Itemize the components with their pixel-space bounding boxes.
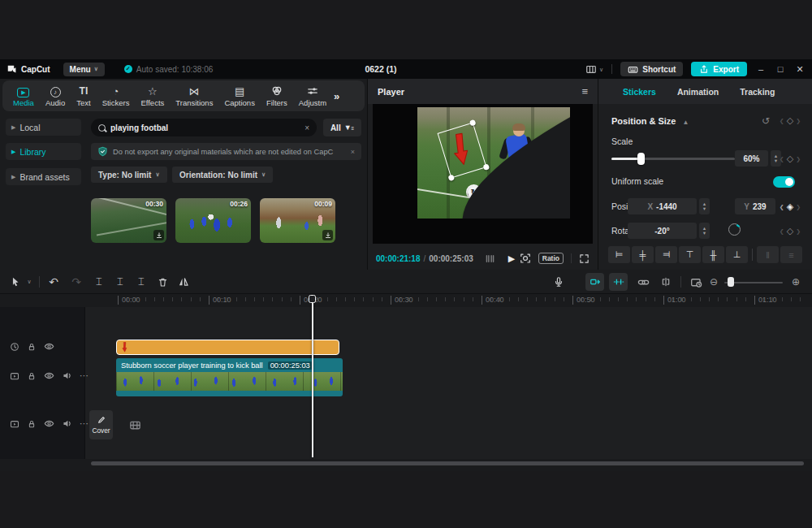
horizontal-scrollbar[interactable] bbox=[91, 461, 804, 465]
sidebar-item-brand-assets[interactable]: ▶ Brand assets bbox=[6, 168, 81, 185]
ratio-button[interactable]: Ratio bbox=[538, 253, 564, 264]
sticker-selection-box[interactable] bbox=[438, 123, 487, 179]
delete-left-button[interactable]: ⌶ bbox=[112, 270, 128, 294]
sidebar-item-local[interactable]: ▶ Local bbox=[6, 119, 81, 136]
tab-tracking[interactable]: Tracking bbox=[740, 87, 775, 97]
download-icon[interactable] bbox=[322, 230, 333, 240]
position-x-field[interactable]: X -1440 bbox=[628, 198, 697, 214]
resize-handle[interactable] bbox=[482, 163, 490, 171]
menu-button[interactable]: Menu ∨ bbox=[63, 63, 105, 76]
tab-stickers[interactable]: Stickers bbox=[623, 87, 656, 97]
video-preview[interactable]: ↻ bbox=[417, 107, 570, 219]
split-view-button[interactable] bbox=[658, 270, 674, 294]
mirror-button[interactable] bbox=[175, 270, 192, 294]
timeline-zoom-out-button[interactable]: ⊖ bbox=[707, 270, 720, 294]
dismiss-notice-icon[interactable]: × bbox=[351, 148, 355, 156]
align-middle-vertical-button[interactable]: ╫ bbox=[702, 246, 724, 263]
rotate-value-field[interactable]: -20° bbox=[628, 223, 697, 239]
section-position-size[interactable]: Position & Size ▲ bbox=[611, 116, 689, 126]
undo-button[interactable]: ↶ bbox=[45, 270, 62, 294]
download-icon[interactable] bbox=[153, 230, 164, 240]
main-track-magnet-toggle[interactable] bbox=[585, 273, 604, 291]
eye-icon[interactable] bbox=[44, 418, 54, 429]
search-filter-button[interactable]: All ▼≡ bbox=[323, 119, 361, 136]
select-tool-button[interactable] bbox=[8, 270, 23, 294]
select-tool-caret[interactable]: ∨ bbox=[24, 270, 34, 294]
tab-animation[interactable]: Animation bbox=[677, 87, 719, 97]
timeline-zoom-thumb[interactable] bbox=[728, 277, 734, 287]
delete-button[interactable] bbox=[154, 270, 171, 294]
sticker-clip[interactable] bbox=[116, 340, 339, 355]
more-options-icon[interactable]: ⋯ bbox=[80, 418, 89, 429]
clear-search-icon[interactable]: × bbox=[304, 123, 309, 132]
video-clip[interactable]: Stubborn soccer player training to kick … bbox=[116, 358, 343, 396]
tab-text[interactable]: TI Text bbox=[71, 85, 96, 107]
tab-transitions[interactable]: ⋈ Transitions bbox=[170, 85, 218, 107]
lock-icon[interactable] bbox=[27, 419, 37, 429]
eye-icon[interactable] bbox=[44, 370, 54, 381]
speaker-icon[interactable] bbox=[62, 370, 72, 381]
tab-filters[interactable]: Filters bbox=[261, 85, 293, 107]
eye-icon[interactable] bbox=[44, 341, 54, 352]
playhead-line[interactable] bbox=[312, 295, 313, 457]
align-top-button[interactable]: ⊤ bbox=[679, 246, 701, 263]
tab-media[interactable]: ▶ Media bbox=[7, 85, 40, 107]
scale-keyframe[interactable]: ❮◇❯ bbox=[780, 154, 801, 164]
clock-icon[interactable] bbox=[10, 342, 19, 352]
export-button[interactable]: Export bbox=[691, 62, 747, 76]
timeline-ruler[interactable]: 00:00 00:10 00:20 00:30 00:40 00:50 01:0… bbox=[0, 294, 812, 307]
tab-adjustment[interactable]: Adjustm bbox=[293, 85, 332, 107]
tab-effects[interactable]: ☆ Effects bbox=[135, 85, 170, 107]
align-right-button[interactable]: ⊨ bbox=[655, 246, 677, 263]
tab-audio[interactable]: ♪ Audio bbox=[40, 85, 71, 107]
tab-stickers[interactable]: ◔ Stickers bbox=[97, 85, 136, 107]
fullscreen-icon[interactable] bbox=[579, 253, 590, 264]
resize-handle[interactable] bbox=[469, 119, 477, 127]
speaker-icon[interactable] bbox=[62, 418, 72, 429]
split-button[interactable]: ⌶ bbox=[91, 270, 107, 294]
rotate-dial[interactable] bbox=[728, 223, 741, 236]
position-keyframe[interactable]: ❮◈❯ bbox=[780, 201, 801, 212]
player-menu-icon[interactable]: ≡ bbox=[581, 85, 588, 97]
reset-icon[interactable]: ↺ bbox=[762, 115, 770, 127]
align-left-button[interactable]: ⊨ bbox=[608, 246, 630, 263]
frame-view-icon[interactable] bbox=[485, 251, 495, 266]
scale-value-field[interactable]: 60% bbox=[735, 150, 768, 167]
align-center-horizontal-button[interactable]: ╪ bbox=[632, 246, 654, 263]
playhead-handle[interactable] bbox=[309, 295, 316, 303]
keyframe-control[interactable]: ❮◇❯ bbox=[780, 115, 801, 126]
render-preview-button[interactable] bbox=[687, 270, 705, 294]
timeline-zoom-in-button[interactable]: ⊕ bbox=[789, 270, 802, 294]
video-thumbnail-3[interactable]: 00:09 bbox=[260, 198, 335, 243]
shortcut-button[interactable]: Shortcut bbox=[620, 62, 683, 76]
distribute-horizontal-button[interactable]: ‖ bbox=[757, 246, 779, 263]
close-button[interactable]: ✕ bbox=[794, 64, 806, 75]
more-tabs-icon[interactable]: » bbox=[334, 90, 339, 102]
scale-slider[interactable] bbox=[611, 158, 735, 160]
rotate-keyframe[interactable]: ❮◇❯ bbox=[780, 226, 801, 236]
orientation-filter-dropdown[interactable]: Orientation: No limit ∨ bbox=[172, 167, 273, 183]
play-button[interactable]: ▶ bbox=[508, 253, 515, 264]
video-track-icon[interactable] bbox=[10, 371, 19, 381]
resize-handle[interactable] bbox=[447, 174, 455, 181]
video-thumbnail-2[interactable]: 00:26 bbox=[175, 198, 251, 243]
redo-button[interactable]: ↷ bbox=[68, 270, 84, 294]
uniform-scale-toggle[interactable] bbox=[773, 176, 795, 188]
more-options-icon[interactable]: ⋯ bbox=[80, 370, 89, 381]
search-input[interactable] bbox=[110, 123, 300, 132]
snapping-toggle[interactable] bbox=[609, 273, 628, 291]
type-filter-dropdown[interactable]: Type: No limit ∨ bbox=[91, 167, 167, 183]
maximize-button[interactable]: □ bbox=[775, 64, 786, 74]
align-bottom-button[interactable]: ⊥ bbox=[726, 246, 748, 263]
delete-right-button[interactable]: ⌶ bbox=[133, 270, 149, 294]
cover-button[interactable]: Cover bbox=[89, 410, 113, 439]
minimize-button[interactable]: – bbox=[755, 64, 767, 74]
preview-focus-icon[interactable] bbox=[520, 253, 531, 264]
link-clips-button[interactable] bbox=[635, 270, 651, 294]
video-track-icon[interactable] bbox=[10, 419, 19, 429]
distribute-vertical-button[interactable]: ≡ bbox=[780, 246, 802, 263]
lock-icon[interactable] bbox=[27, 342, 37, 352]
scale-slider-thumb[interactable] bbox=[637, 153, 645, 165]
record-voiceover-button[interactable] bbox=[551, 270, 567, 294]
position-x-stepper[interactable]: ▲▼ bbox=[699, 198, 710, 214]
